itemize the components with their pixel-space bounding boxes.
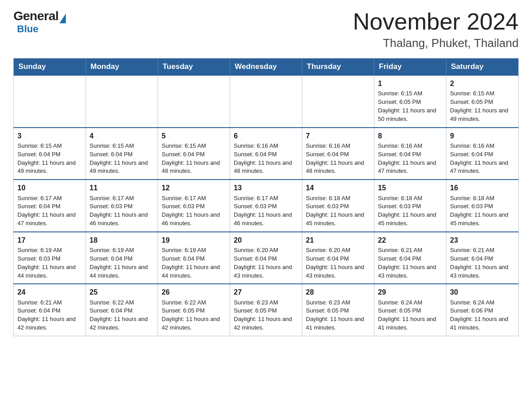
calendar-week-row: 24Sunrise: 6:21 AM Sunset: 6:04 PM Dayli… — [14, 284, 519, 336]
day-info: Sunrise: 6:15 AM Sunset: 6:05 PM Dayligh… — [378, 90, 442, 123]
calendar-day-cell: 26Sunrise: 6:22 AM Sunset: 6:05 PM Dayli… — [158, 284, 230, 336]
calendar-day-cell — [230, 75, 302, 128]
day-number: 2 — [450, 78, 515, 89]
day-number: 16 — [450, 183, 515, 193]
day-info: Sunrise: 6:17 AM Sunset: 6:03 PM Dayligh… — [234, 194, 298, 228]
day-info: Sunrise: 6:19 AM Sunset: 6:04 PM Dayligh… — [162, 246, 226, 280]
calendar-day-cell: 3Sunrise: 6:15 AM Sunset: 6:04 PM Daylig… — [14, 128, 86, 180]
day-number: 20 — [234, 235, 298, 245]
logo-general-text: General — [13, 9, 59, 23]
day-info: Sunrise: 6:18 AM Sunset: 6:03 PM Dayligh… — [450, 194, 515, 228]
day-info: Sunrise: 6:15 AM Sunset: 6:04 PM Dayligh… — [162, 142, 226, 176]
calendar-day-cell: 10Sunrise: 6:17 AM Sunset: 6:04 PM Dayli… — [14, 180, 86, 232]
day-number: 11 — [90, 183, 154, 193]
calendar-day-cell: 20Sunrise: 6:20 AM Sunset: 6:04 PM Dayli… — [230, 232, 302, 284]
day-info: Sunrise: 6:19 AM Sunset: 6:03 PM Dayligh… — [17, 246, 82, 280]
day-number: 10 — [17, 183, 82, 193]
day-info: Sunrise: 6:18 AM Sunset: 6:03 PM Dayligh… — [378, 194, 442, 228]
day-info: Sunrise: 6:16 AM Sunset: 6:04 PM Dayligh… — [306, 142, 370, 176]
day-number: 27 — [234, 287, 298, 297]
calendar-day-cell: 23Sunrise: 6:21 AM Sunset: 6:04 PM Dayli… — [446, 232, 519, 284]
calendar-day-cell: 6Sunrise: 6:16 AM Sunset: 6:04 PM Daylig… — [230, 128, 302, 180]
day-number: 7 — [306, 131, 370, 141]
day-number: 30 — [450, 287, 515, 297]
day-info: Sunrise: 6:16 AM Sunset: 6:04 PM Dayligh… — [234, 142, 298, 176]
day-of-week-header: Tuesday — [158, 59, 230, 76]
calendar-day-cell: 4Sunrise: 6:15 AM Sunset: 6:04 PM Daylig… — [86, 128, 158, 180]
day-of-week-header: Monday — [86, 59, 158, 76]
calendar-day-cell: 29Sunrise: 6:24 AM Sunset: 6:05 PM Dayli… — [374, 284, 446, 336]
calendar-day-cell: 8Sunrise: 6:16 AM Sunset: 6:04 PM Daylig… — [374, 128, 446, 180]
day-info: Sunrise: 6:16 AM Sunset: 6:04 PM Dayligh… — [450, 142, 515, 176]
day-number: 13 — [234, 183, 298, 193]
day-number: 25 — [90, 287, 154, 297]
day-number: 3 — [17, 131, 82, 141]
calendar-day-cell: 17Sunrise: 6:19 AM Sunset: 6:03 PM Dayli… — [14, 232, 86, 284]
day-number: 5 — [162, 131, 226, 141]
day-of-week-header: Friday — [374, 59, 446, 76]
logo: General Blue — [13, 9, 66, 35]
day-number: 21 — [306, 235, 370, 245]
page-header: General Blue November 2024 Thalang, Phuk… — [13, 9, 519, 50]
calendar-day-cell: 30Sunrise: 6:24 AM Sunset: 6:06 PM Dayli… — [446, 284, 519, 336]
calendar-day-cell: 24Sunrise: 6:21 AM Sunset: 6:04 PM Dayli… — [14, 284, 86, 336]
calendar-day-cell: 2Sunrise: 6:15 AM Sunset: 6:05 PM Daylig… — [446, 75, 519, 128]
day-number: 12 — [162, 183, 226, 193]
day-number: 1 — [378, 78, 442, 89]
calendar-day-cell — [86, 75, 158, 128]
day-of-week-header: Wednesday — [230, 59, 302, 76]
calendar-day-cell: 12Sunrise: 6:17 AM Sunset: 6:03 PM Dayli… — [158, 180, 230, 232]
calendar-week-row: 10Sunrise: 6:17 AM Sunset: 6:04 PM Dayli… — [14, 180, 519, 232]
day-number: 14 — [306, 183, 370, 193]
day-info: Sunrise: 6:20 AM Sunset: 6:04 PM Dayligh… — [306, 246, 370, 280]
day-number: 23 — [450, 235, 515, 245]
calendar-day-cell: 22Sunrise: 6:21 AM Sunset: 6:04 PM Dayli… — [374, 232, 446, 284]
day-number: 28 — [306, 287, 370, 297]
day-info: Sunrise: 6:21 AM Sunset: 6:04 PM Dayligh… — [378, 246, 442, 280]
day-number: 15 — [378, 183, 442, 193]
day-number: 17 — [17, 235, 82, 245]
calendar-table: SundayMondayTuesdayWednesdayThursdayFrid… — [13, 58, 519, 336]
calendar-day-cell: 16Sunrise: 6:18 AM Sunset: 6:03 PM Dayli… — [446, 180, 519, 232]
calendar-day-cell: 19Sunrise: 6:19 AM Sunset: 6:04 PM Dayli… — [158, 232, 230, 284]
calendar-day-cell: 18Sunrise: 6:19 AM Sunset: 6:04 PM Dayli… — [86, 232, 158, 284]
calendar-day-cell: 1Sunrise: 6:15 AM Sunset: 6:05 PM Daylig… — [374, 75, 446, 128]
calendar-day-cell — [158, 75, 230, 128]
day-info: Sunrise: 6:22 AM Sunset: 6:05 PM Dayligh… — [162, 299, 226, 332]
day-info: Sunrise: 6:24 AM Sunset: 6:05 PM Dayligh… — [378, 299, 442, 332]
calendar-title: November 2024 — [353, 9, 519, 34]
day-number: 6 — [234, 131, 298, 141]
calendar-day-cell: 25Sunrise: 6:22 AM Sunset: 6:04 PM Dayli… — [86, 284, 158, 336]
day-info: Sunrise: 6:21 AM Sunset: 6:04 PM Dayligh… — [450, 246, 515, 280]
day-info: Sunrise: 6:15 AM Sunset: 6:05 PM Dayligh… — [450, 90, 515, 123]
day-number: 9 — [450, 131, 515, 141]
calendar-day-cell: 5Sunrise: 6:15 AM Sunset: 6:04 PM Daylig… — [158, 128, 230, 180]
day-info: Sunrise: 6:23 AM Sunset: 6:05 PM Dayligh… — [234, 299, 298, 332]
day-number: 8 — [378, 131, 442, 141]
day-number: 24 — [17, 287, 82, 297]
calendar-day-cell: 7Sunrise: 6:16 AM Sunset: 6:04 PM Daylig… — [302, 128, 374, 180]
calendar-day-cell: 13Sunrise: 6:17 AM Sunset: 6:03 PM Dayli… — [230, 180, 302, 232]
day-info: Sunrise: 6:22 AM Sunset: 6:04 PM Dayligh… — [90, 299, 154, 332]
calendar-week-row: 3Sunrise: 6:15 AM Sunset: 6:04 PM Daylig… — [14, 128, 519, 180]
calendar-day-cell: 27Sunrise: 6:23 AM Sunset: 6:05 PM Dayli… — [230, 284, 302, 336]
calendar-day-cell — [302, 75, 374, 128]
calendar-day-cell: 15Sunrise: 6:18 AM Sunset: 6:03 PM Dayli… — [374, 180, 446, 232]
day-of-week-header: Saturday — [446, 59, 519, 76]
day-number: 22 — [378, 235, 442, 245]
calendar-subtitle: Thalang, Phuket, Thailand — [353, 36, 519, 50]
day-info: Sunrise: 6:17 AM Sunset: 6:03 PM Dayligh… — [90, 194, 154, 228]
calendar-day-cell: 28Sunrise: 6:23 AM Sunset: 6:05 PM Dayli… — [302, 284, 374, 336]
day-info: Sunrise: 6:16 AM Sunset: 6:04 PM Dayligh… — [378, 142, 442, 176]
day-info: Sunrise: 6:21 AM Sunset: 6:04 PM Dayligh… — [17, 299, 82, 332]
day-info: Sunrise: 6:15 AM Sunset: 6:04 PM Dayligh… — [17, 142, 82, 176]
calendar-day-cell: 14Sunrise: 6:18 AM Sunset: 6:03 PM Dayli… — [302, 180, 374, 232]
calendar-day-cell — [14, 75, 86, 128]
calendar-header-row: SundayMondayTuesdayWednesdayThursdayFrid… — [14, 59, 519, 76]
day-number: 4 — [90, 131, 154, 141]
day-info: Sunrise: 6:23 AM Sunset: 6:05 PM Dayligh… — [306, 299, 370, 332]
day-info: Sunrise: 6:17 AM Sunset: 6:03 PM Dayligh… — [162, 194, 226, 228]
day-info: Sunrise: 6:20 AM Sunset: 6:04 PM Dayligh… — [234, 246, 298, 280]
calendar-day-cell: 9Sunrise: 6:16 AM Sunset: 6:04 PM Daylig… — [446, 128, 519, 180]
day-info: Sunrise: 6:19 AM Sunset: 6:04 PM Dayligh… — [90, 246, 154, 280]
